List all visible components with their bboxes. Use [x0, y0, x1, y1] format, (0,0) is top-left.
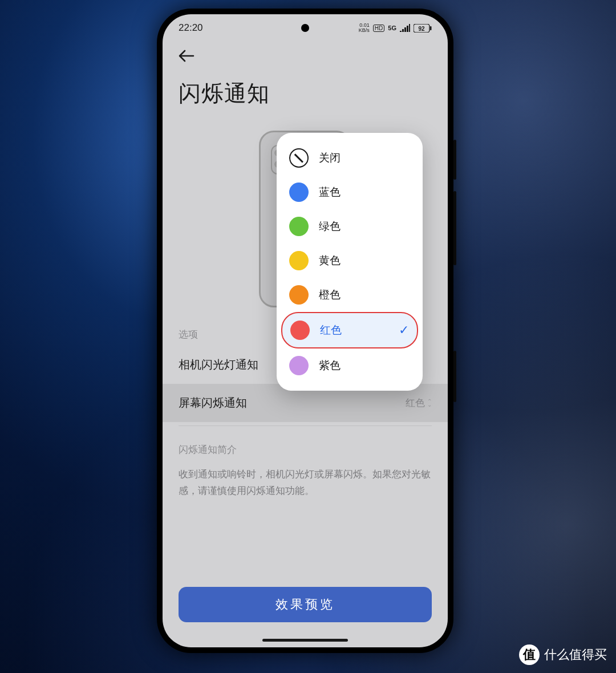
color-option-#ef5350[interactable]: 红色✓ — [281, 312, 418, 348]
camera-notch — [301, 24, 309, 32]
status-kbps: 0.01 KB/s — [359, 23, 370, 33]
preview-button-label: 效果预览 — [275, 596, 335, 613]
back-icon[interactable] — [179, 50, 194, 62]
color-option-#f28a1c[interactable]: 橙色 — [277, 278, 423, 312]
info-title: 闪烁通知简介 — [163, 429, 448, 456]
svg-text:92: 92 — [418, 25, 425, 31]
phone-screen: 22:20 0.01 KB/s HD 5G 92 闪烁通知 选项 相机闪 — [163, 14, 448, 647]
color-option-label: 红色 — [320, 323, 342, 338]
color-option-off[interactable]: 关闭 — [277, 141, 423, 175]
battery-icon: 92 — [414, 24, 432, 33]
page-title: 闪烁通知 — [163, 70, 448, 115]
color-swatch — [289, 183, 309, 202]
color-option-label: 绿色 — [319, 219, 341, 234]
svg-rect-2 — [430, 26, 432, 30]
setting-label: 相机闪光灯通知 — [179, 357, 258, 372]
color-option-#65c43e[interactable]: 绿色 — [277, 209, 423, 244]
status-network: 5G — [388, 25, 396, 31]
divider — [179, 425, 432, 426]
nav-bar — [163, 37, 448, 70]
status-time: 22:20 — [179, 22, 203, 34]
signal-icon — [400, 24, 410, 32]
chevron-updown-icon: ⌃⌄ — [427, 400, 432, 407]
side-button — [453, 140, 456, 180]
color-option-label: 蓝色 — [319, 185, 341, 200]
color-option-#3b7bf0[interactable]: 蓝色 — [277, 175, 423, 209]
info-body: 收到通知或响铃时，相机闪光灯或屏幕闪烁。如果您对光敏感，请谨慎使用闪烁通知功能。 — [163, 456, 448, 500]
color-option-label: 橙色 — [319, 287, 341, 302]
side-button — [453, 351, 456, 402]
color-swatch — [289, 251, 309, 270]
color-picker-popup: 关闭蓝色绿色黄色橙色红色✓紫色 — [277, 133, 423, 391]
color-option-label: 关闭 — [319, 151, 341, 165]
off-icon — [289, 148, 309, 168]
color-option-label: 紫色 — [319, 358, 341, 373]
home-indicator[interactable] — [262, 639, 348, 642]
setting-label: 屏幕闪烁通知 — [179, 395, 247, 411]
color-option-#c792e6[interactable]: 紫色 — [277, 348, 423, 383]
color-option-#f4c61c[interactable]: 黄色 — [277, 244, 423, 278]
watermark-badge: 值 — [519, 644, 540, 665]
color-option-label: 黄色 — [319, 253, 341, 268]
phone-frame: 22:20 0.01 KB/s HD 5G 92 闪烁通知 选项 相机闪 — [157, 9, 453, 653]
color-swatch — [289, 356, 309, 375]
color-swatch — [289, 285, 309, 305]
preview-button[interactable]: 效果预览 — [179, 587, 432, 622]
color-swatch — [290, 321, 310, 340]
check-icon: ✓ — [399, 323, 409, 338]
side-button — [453, 191, 456, 265]
color-swatch — [289, 217, 309, 236]
setting-value: 红色 ⌃⌄ — [406, 396, 432, 410]
status-right: 0.01 KB/s HD 5G 92 — [359, 23, 432, 33]
watermark-text: 什么值得买 — [544, 646, 607, 663]
status-hd-badge: HD — [373, 25, 384, 32]
watermark: 值 什么值得买 — [519, 644, 607, 665]
